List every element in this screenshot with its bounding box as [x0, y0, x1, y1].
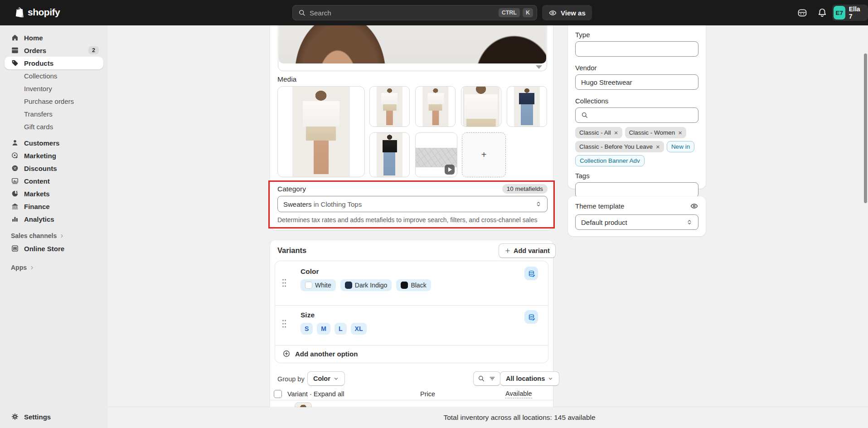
collection-tag[interactable]: Classic - All×: [575, 127, 622, 138]
variant-thumbnail: [295, 402, 312, 407]
database-icon: [528, 313, 535, 321]
size-chip-xl[interactable]: XL: [351, 323, 367, 335]
search-icon: [298, 9, 306, 17]
orders-icon: [11, 46, 19, 54]
collection-tag-auto[interactable]: New in: [667, 141, 694, 152]
drag-handle-icon[interactable]: [281, 319, 287, 328]
sidebar-item-products[interactable]: Products: [5, 57, 103, 69]
assistant-icon[interactable]: [797, 7, 808, 18]
size-chip-s[interactable]: S: [301, 323, 313, 335]
product-hero-image: [279, 25, 546, 63]
category-select[interactable]: Sweaters in Clothing Tops: [277, 196, 548, 212]
shopify-logo[interactable]: shopify: [14, 6, 60, 18]
variant-options-box: Color White Dark Indigo Black Size S M L…: [275, 261, 548, 363]
page-scrollbar[interactable]: [864, 54, 867, 203]
collection-tag[interactable]: Classic - Before You Leave×: [575, 141, 664, 152]
group-by-select[interactable]: Color: [307, 371, 345, 386]
notifications-bell-icon[interactable]: [817, 7, 828, 18]
color-values: White Dark Indigo Black: [301, 279, 431, 291]
media-thumbnail[interactable]: [369, 132, 410, 177]
media-thumbnail[interactable]: [415, 86, 456, 127]
collection-tags: Classic - All× Classic - Women× Classic …: [575, 127, 698, 166]
theme-template-card: Theme template Default product: [568, 196, 706, 236]
media-thumbnail-primary[interactable]: [277, 86, 365, 177]
shopify-bag-icon: [14, 6, 24, 18]
category-helper-text: Determines tax rates and adds metafields…: [277, 216, 538, 224]
tags-input[interactable]: [575, 182, 698, 198]
sidebar-item-gift-cards[interactable]: Gift cards: [5, 120, 103, 133]
variant-table-header: Variant · Expand all Price Available: [270, 388, 553, 400]
locations-select[interactable]: All locations: [500, 371, 559, 386]
products-tag-icon: [11, 59, 19, 67]
content-icon: [11, 177, 19, 185]
search-filter-button[interactable]: [473, 371, 500, 386]
plus-icon: [504, 248, 511, 254]
type-input[interactable]: [575, 41, 698, 57]
sidebar-item-inventory[interactable]: Inventory: [5, 82, 103, 95]
view-as-button[interactable]: View as: [542, 5, 592, 20]
shopify-wordmark: shopify: [28, 7, 60, 18]
media-thumbnail[interactable]: [369, 86, 410, 127]
global-search-input[interactable]: Search CTRL K: [292, 5, 537, 20]
sidebar-item-marketing[interactable]: Marketing: [5, 149, 103, 162]
collections-search-input[interactable]: [575, 107, 698, 123]
color-chip-black[interactable]: Black: [396, 279, 431, 291]
color-chip-white[interactable]: White: [301, 279, 336, 291]
theme-template-select[interactable]: Default product: [575, 214, 698, 230]
sidebar-item-orders[interactable]: Orders 2: [5, 44, 103, 57]
sales-channels-header[interactable]: Sales channels: [0, 229, 108, 242]
apps-header[interactable]: Apps: [0, 261, 108, 274]
size-chip-m[interactable]: M: [317, 323, 330, 335]
group-by-row: Group by: [277, 375, 305, 383]
scroll-down-icon[interactable]: [536, 65, 542, 69]
vendor-label: Vendor: [575, 64, 698, 72]
remove-tag-icon[interactable]: ×: [678, 129, 682, 136]
available-column-header[interactable]: Available: [505, 390, 532, 399]
sidebar-item-home[interactable]: Home: [5, 31, 103, 44]
collection-tag[interactable]: Classic - Women×: [625, 127, 687, 138]
remove-tag-icon[interactable]: ×: [614, 129, 618, 136]
sidebar-item-collections[interactable]: Collections: [5, 69, 103, 82]
media-thumbnail[interactable]: [461, 86, 501, 127]
eye-icon[interactable]: [690, 202, 698, 210]
variant-column-header[interactable]: Variant · Expand all: [287, 390, 344, 398]
color-chip-dark-indigo[interactable]: Dark Indigo: [340, 279, 392, 291]
select-updown-icon: [686, 219, 693, 225]
inventory-footer-bar: Total inventory across all locations: 14…: [108, 407, 868, 428]
media-thumbnail[interactable]: [507, 86, 547, 127]
collection-tag-auto[interactable]: Collection Banner Adv: [575, 155, 645, 166]
sidebar-item-online-store[interactable]: Online Store: [5, 242, 103, 255]
database-icon: [528, 270, 535, 277]
media-grid: +: [277, 86, 548, 177]
shopify-admin-product-page: { "topbar": { "logo": "shopify", "search…: [0, 0, 868, 428]
size-chip-l[interactable]: L: [335, 323, 347, 335]
option-name-color: Color: [301, 268, 319, 276]
sidebar-item-discounts[interactable]: Discounts: [5, 162, 103, 175]
remove-tag-icon[interactable]: ×: [656, 143, 660, 151]
sidebar-item-purchase-orders[interactable]: Purchase orders: [5, 95, 103, 107]
user-menu[interactable]: E7 Ella 7: [832, 5, 868, 21]
media-thumbnail-video[interactable]: [415, 132, 457, 177]
color-metaobject-button[interactable]: [524, 267, 538, 280]
sidebar-item-analytics[interactable]: Analytics: [5, 213, 103, 225]
sidebar-item-markets[interactable]: $ Markets: [5, 187, 103, 200]
metafields-badge[interactable]: 10 metafields: [502, 184, 548, 194]
variant-table-row[interactable]: [270, 400, 553, 407]
add-variant-button[interactable]: Add variant: [499, 243, 556, 258]
select-all-checkbox[interactable]: [274, 390, 282, 398]
settings-gear-icon: [11, 413, 19, 421]
group-by-label: Group by: [277, 375, 305, 383]
kbd-ctrl: CTRL: [499, 8, 520, 17]
drag-handle-icon[interactable]: [281, 278, 287, 287]
add-another-option-button[interactable]: Add another option: [275, 345, 548, 363]
sidebar-item-settings[interactable]: Settings: [5, 410, 103, 423]
sidebar-item-transfers[interactable]: Transfers: [5, 107, 103, 120]
size-metaobject-button[interactable]: [524, 310, 538, 324]
sidebar-item-customers[interactable]: Customers: [5, 136, 103, 149]
sidebar-item-content[interactable]: Content: [5, 175, 103, 187]
sidebar-item-finance[interactable]: Finance: [5, 200, 103, 213]
search-placeholder: Search: [310, 9, 496, 17]
description-image-frame[interactable]: [278, 25, 547, 71]
add-media-tile[interactable]: +: [462, 132, 506, 177]
vendor-input[interactable]: Hugo Streetwear: [575, 74, 698, 90]
